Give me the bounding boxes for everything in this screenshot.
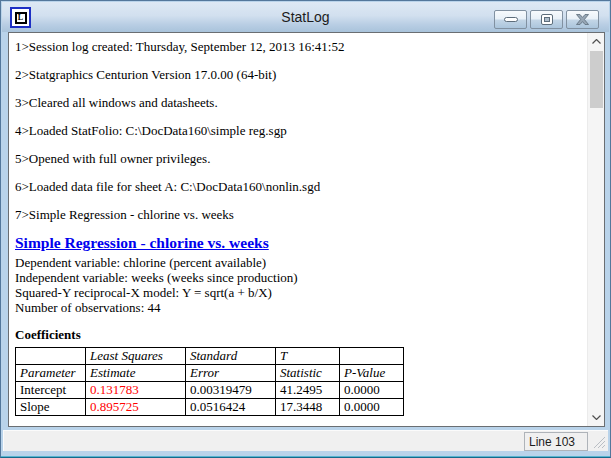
table-header-cell: Error	[186, 365, 276, 382]
report-info-line: Dependent variable: chlorine (percent av…	[15, 255, 580, 270]
table-cell: 0.0516424	[186, 399, 276, 416]
table-row: Slope0.8957250.051642417.34480.0000	[16, 399, 404, 416]
close-button[interactable]	[566, 10, 599, 29]
report-title: Simple Regression - chlorine vs. weeks	[15, 234, 580, 252]
chevron-up-icon	[592, 39, 601, 44]
scroll-down-button[interactable]	[588, 409, 605, 426]
log-line: 2>Statgraphics Centurion Version 17.0.00…	[15, 66, 580, 84]
caption-buttons	[494, 10, 599, 29]
table-header-cell: T	[276, 348, 340, 365]
table-cell: 0.0000	[340, 382, 404, 399]
coefficients-heading: Coefficients	[15, 327, 580, 343]
table-cell: 0.131783	[86, 382, 186, 399]
table-cell: 41.2495	[276, 382, 340, 399]
table-header-row: ParameterEstimateErrorStatisticP-Value	[16, 365, 404, 382]
table-cell: 17.3448	[276, 399, 340, 416]
log-line: 5>Opened with full owner privileges.	[15, 150, 580, 168]
restore-button[interactable]	[530, 10, 563, 29]
minimize-icon	[504, 16, 518, 23]
table-cell: Intercept	[16, 382, 86, 399]
report-info-line: Independent variable: weeks (weeks since…	[15, 270, 580, 285]
chevron-down-icon	[592, 415, 601, 420]
report-info-line: Squared-Y reciprocal-X model: Y = sqrt(a…	[15, 285, 580, 300]
scrollbar-thumb[interactable]	[590, 51, 603, 108]
table-header-cell: Standard	[186, 348, 276, 365]
table-cell: 0.0000	[340, 399, 404, 416]
scrollbar-track[interactable]	[588, 50, 605, 409]
log-text-flow: 1>Session log created: Thursday, Septemb…	[15, 38, 580, 416]
report-info-line: Number of observations: 44	[15, 300, 580, 315]
titlebar[interactable]: L StatLog	[2, 2, 609, 32]
close-icon	[576, 14, 589, 25]
table-cell: 0.895725	[86, 399, 186, 416]
log-line: 7>Simple Regression - chlorine vs. weeks	[15, 206, 580, 224]
table-header-cell	[340, 348, 404, 365]
statusbar: Line 103	[3, 430, 608, 451]
table-header-cell: Statistic	[276, 365, 340, 382]
log-line: 6>Loaded data file for sheet A: C:\DocDa…	[15, 178, 580, 196]
log-lines: 1>Session log created: Thursday, Septemb…	[15, 38, 580, 224]
table-header-row: Least SquaresStandardT	[16, 348, 404, 365]
statlog-window: L StatLog 1>Session	[0, 0, 611, 458]
table-header-cell: Estimate	[86, 365, 186, 382]
table-cell: 0.00319479	[186, 382, 276, 399]
line-indicator: Line 103	[524, 432, 588, 451]
report-info: Dependent variable: chlorine (percent av…	[15, 255, 580, 315]
table-header-cell: Least Squares	[86, 348, 186, 365]
coefficients-table: Least SquaresStandardTParameterEstimateE…	[15, 347, 404, 416]
log-line: 3>Cleared all windows and datasheets.	[15, 94, 580, 112]
log-line: 1>Session log created: Thursday, Septemb…	[15, 38, 580, 56]
vertical-scrollbar[interactable]	[587, 33, 604, 426]
restore-icon	[541, 14, 553, 25]
table-header-cell: P-Value	[340, 365, 404, 382]
table-row: Intercept0.1317830.0031947941.24950.0000	[16, 382, 404, 399]
table-header-cell: Parameter	[16, 365, 86, 382]
table-cell: Slope	[16, 399, 86, 416]
log-viewport[interactable]: 1>Session log created: Thursday, Septemb…	[8, 32, 605, 427]
minimize-button[interactable]	[494, 10, 527, 29]
resize-grip[interactable]	[592, 435, 606, 449]
log-line: 4>Loaded StatFolio: C:\DocData160\simple…	[15, 122, 580, 140]
scroll-up-button[interactable]	[588, 33, 605, 50]
table-header-cell	[16, 348, 86, 365]
